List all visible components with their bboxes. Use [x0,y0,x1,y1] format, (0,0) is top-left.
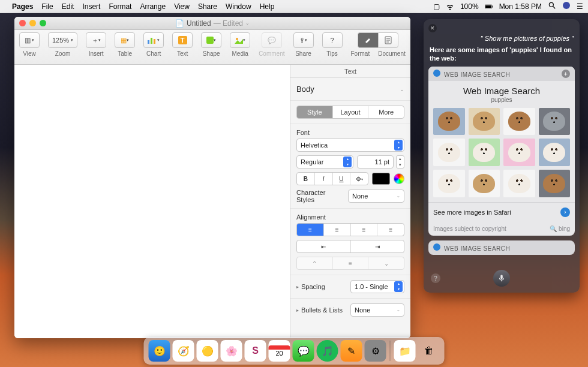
valign-top-button[interactable]: ⌃ [297,257,333,269]
dock-finder[interactable]: 🙂 [149,340,170,362]
tab-style[interactable]: Style [297,106,333,118]
menu-view[interactable]: View [174,2,190,11]
text-color-well[interactable] [372,173,390,185]
dock-messages[interactable]: 💬 [293,340,314,362]
media-button[interactable]: ▾ [230,32,250,48]
tab-more[interactable]: More [368,106,404,118]
spacing-disclosure[interactable]: ▸ Spacing [296,283,325,290]
color-picker-icon[interactable] [394,173,404,184]
document-button[interactable] [378,32,398,48]
indent-segment: ⇤ ⇥ [296,240,404,253]
siri-web-image-card-collapsed[interactable]: WEB IMAGE SEARCH [428,240,575,255]
menu-edit[interactable]: Edit [62,2,74,11]
dock-calendar[interactable]: 20 [269,340,290,362]
table-button[interactable]: ▦▾ [115,32,135,48]
dock-trash[interactable]: 🗑 [418,340,440,362]
titlebar[interactable]: 📄 Untitled — Edited ⌄ [14,17,410,30]
valign-bottom-button[interactable]: ⌄ [368,257,404,269]
font-size-stepper[interactable]: ▴▾ [396,155,404,169]
outdent-button[interactable]: ⇤ [297,240,351,252]
dock-separator [390,341,391,361]
pages-window: 📄 Untitled — Edited ⌄ ▥ ▾ View 125%▾ Zoo… [14,17,410,338]
align-left-button[interactable]: ≡ [297,224,324,236]
comment-button[interactable]: 💬 [262,32,282,48]
battery-icon [485,2,493,11]
image-result[interactable] [469,170,500,197]
provider-label: 🔍 bing [550,225,570,232]
zoom-label: Zoom [55,50,71,57]
image-result[interactable] [433,139,465,166]
align-center-button[interactable]: ≡ [324,224,351,236]
image-result[interactable] [539,139,571,166]
bullets-dropdown[interactable]: None ⌄ [350,303,404,317]
menu-arrange[interactable]: Arrange [140,2,166,11]
siri-mic-button[interactable] [493,270,510,287]
view-menu-button[interactable]: ▥ ▾ [19,32,40,48]
font-size-field[interactable]: 11 pt [357,155,394,169]
chart-button[interactable]: ▾ [143,32,164,48]
menu-format[interactable]: Format [109,2,131,11]
spacing-dropdown[interactable]: 1.0 - Single ▴▾ [350,280,404,293]
image-result[interactable] [433,170,465,197]
dock-safari[interactable]: 🧭 [173,340,194,362]
dock-downloads[interactable]: 📁 [394,340,416,362]
text-gear-button[interactable]: ⚙▾ [350,173,368,185]
image-result[interactable] [503,139,535,166]
siri-icon[interactable] [562,1,571,11]
paragraph-style-menu[interactable]: Body ⌄ [290,78,410,101]
wifi-icon[interactable] [446,2,454,11]
airplay-icon[interactable]: ▢ [433,2,440,11]
dock-spotify[interactable]: 🎵 [317,340,338,362]
italic-button[interactable]: I [315,173,333,185]
menu-help[interactable]: Help [260,2,275,11]
close-button[interactable] [19,20,26,26]
valign-middle-button[interactable]: ≡ [333,257,369,269]
zoom-button[interactable] [40,20,46,26]
char-styles-dropdown[interactable]: None ⌄ [348,189,404,203]
see-more-link[interactable]: See more images in Safari › [428,202,575,222]
indent-button[interactable]: ⇥ [351,240,404,252]
zoom-dropdown[interactable]: 125%▾ [48,32,77,48]
menu-insert[interactable]: Insert [82,2,100,11]
notification-center-icon[interactable]: ☰ [577,2,583,11]
menu-share[interactable]: Share [198,2,217,11]
battery-percent: 100% [460,2,479,11]
format-button[interactable] [358,32,378,48]
menubar-app-name[interactable]: Pages [12,2,33,11]
window-title[interactable]: 📄 Untitled — Edited ⌄ [175,19,250,28]
image-result[interactable] [503,108,535,136]
bold-button[interactable]: B [297,173,315,185]
document-canvas[interactable] [14,65,290,338]
add-to-notifications-button[interactable]: + [562,70,570,78]
image-result[interactable] [539,108,571,136]
dock-slack[interactable]: S [245,340,266,362]
align-justify-button[interactable]: ≡ [377,224,404,236]
underline-button[interactable]: U [333,173,351,185]
menubar-clock[interactable]: Mon 1:58 PM [499,2,542,11]
minimize-button[interactable] [29,20,36,26]
font-style-dropdown[interactable]: Regular ▴▾ [296,155,353,169]
tab-layout[interactable]: Layout [333,106,369,118]
siri-help-button[interactable]: ? [431,273,440,283]
image-result[interactable] [469,139,500,166]
share-button[interactable]: ⇪▾ [293,32,314,48]
insert-button[interactable]: ＋▾ [86,32,106,48]
dock-preferences[interactable]: ⚙ [365,340,386,362]
image-result[interactable] [433,108,465,136]
menu-window[interactable]: Window [226,2,251,11]
text-button[interactable]: T [172,32,193,48]
dock-pages[interactable]: ✎ [341,340,362,362]
dock-photos[interactable]: 🌸 [221,340,242,362]
dock-chrome[interactable]: 🟡 [197,340,218,362]
menu-file[interactable]: File [41,2,53,11]
tips-button[interactable]: ? [322,32,343,48]
shape-button[interactable]: ▾ [201,32,221,48]
spotlight-icon[interactable] [548,1,556,11]
align-right-button[interactable]: ≡ [351,224,378,236]
image-result[interactable] [539,170,571,197]
image-result[interactable] [469,108,500,136]
siri-close-button[interactable]: ✕ [428,24,437,32]
font-family-dropdown[interactable]: Helvetica ▴▾ [296,139,404,152]
bullets-disclosure[interactable]: ▸ Bullets & Lists [296,306,343,314]
image-result[interactable] [503,170,535,197]
